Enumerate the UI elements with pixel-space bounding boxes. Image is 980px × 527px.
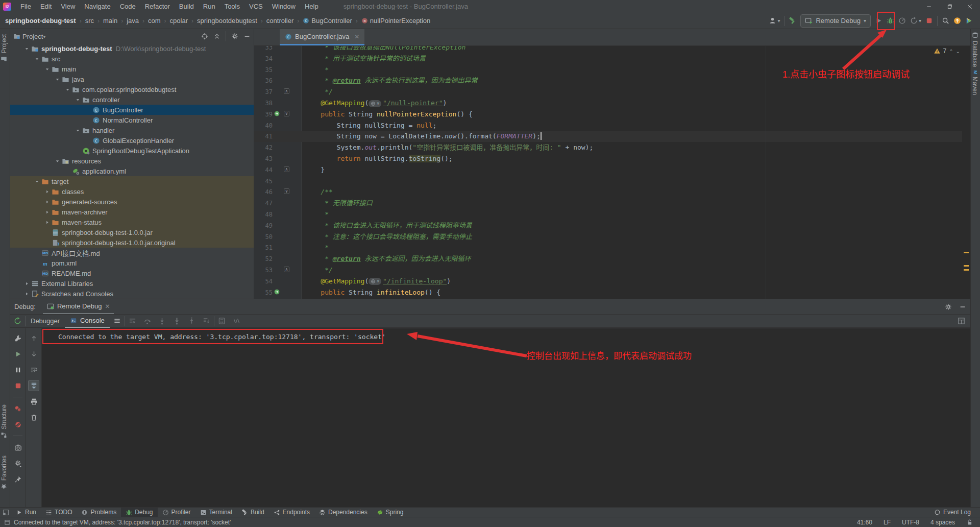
hide-panel-button[interactable] <box>243 33 251 40</box>
menu-window[interactable]: Window <box>267 0 300 13</box>
debug-console[interactable]: Connected to the target VM, address: '3.… <box>42 328 970 508</box>
line-number[interactable]: 47 <box>254 198 273 209</box>
tool-window-button-dependencies[interactable]: Dependencies <box>314 508 372 517</box>
fold-marker[interactable]: ∨ <box>284 111 289 116</box>
breadcrumb-item-src[interactable]: src <box>85 17 94 25</box>
line-number[interactable]: 48 <box>254 209 273 220</box>
tree-chevron[interactable] <box>22 290 31 298</box>
tree-chevron[interactable] <box>33 177 41 185</box>
tree-item-springboot-debug-test-1.0.0.jar.original[interactable]: ?springboot-debug-test-1.0.0.jar.origina… <box>10 237 254 248</box>
event-log-button[interactable]: Event Log <box>934 509 971 516</box>
tree-item-controller[interactable]: controller <box>10 94 254 105</box>
tab-close-icon[interactable]: ✕ <box>354 33 359 40</box>
layout-settings-button[interactable] <box>113 317 121 325</box>
breadcrumb-item-com[interactable]: com <box>148 17 161 25</box>
trace-stream-button[interactable] <box>233 317 240 325</box>
breadcrumb-item-main[interactable]: main <box>103 17 117 25</box>
tree-item-maven-archiver[interactable]: maven-archiver <box>10 207 254 217</box>
show-execution-point-button[interactable] <box>129 317 136 325</box>
encoding[interactable]: UTF-8 <box>902 519 919 526</box>
step-into-button[interactable] <box>158 317 166 325</box>
menu-file[interactable]: File <box>16 0 36 13</box>
line-number[interactable]: 52 <box>254 253 273 265</box>
tool-window-button-profiler[interactable]: Profiler <box>158 508 195 517</box>
run-button[interactable] <box>875 17 883 25</box>
line-number[interactable]: 33 <box>254 46 273 53</box>
collapse-all-button[interactable] <box>213 33 220 40</box>
evaluate-button[interactable] <box>218 317 226 325</box>
status-message-area[interactable]: Connected to the target VM, address: '3.… <box>4 519 231 526</box>
step-out-button[interactable] <box>188 317 195 325</box>
tool-strip-button-favorites[interactable]: Favorites <box>1 456 8 490</box>
plugin-button[interactable] <box>965 17 973 25</box>
menu-build[interactable]: Build <box>175 0 199 13</box>
search-everywhere-button[interactable] <box>942 17 949 25</box>
trash-button[interactable] <box>28 412 39 423</box>
tree-item-handler[interactable]: handler <box>10 125 254 135</box>
tree-item-NormalController[interactable]: CNormalController <box>10 115 254 125</box>
tree-item-External Libraries[interactable]: External Libraries <box>10 278 254 289</box>
coverage-button[interactable]: ▾ <box>910 17 921 25</box>
tree-item-java[interactable]: java <box>10 74 254 84</box>
locate-file-button[interactable] <box>201 33 208 40</box>
tab-close-icon[interactable]: ✕ <box>105 303 110 310</box>
arrow-up-button[interactable] <box>28 332 39 344</box>
debug-view-tab-console[interactable]: Console <box>65 315 110 328</box>
url-inlay-hint[interactable]: ∨ <box>369 100 381 107</box>
tool-strip-button-structure[interactable]: Structure <box>1 404 8 439</box>
tree-chevron[interactable] <box>43 198 51 206</box>
tree-chevron[interactable] <box>43 208 51 216</box>
scroll-end-button[interactable] <box>28 380 39 391</box>
tool-strip-button-project[interactable]: Project <box>1 34 8 62</box>
resume-button[interactable] <box>12 348 23 360</box>
error-stripe[interactable] <box>962 46 970 299</box>
line-number[interactable]: 41 <box>254 131 273 142</box>
breadcrumb-item-java[interactable]: java <box>127 17 139 25</box>
editor-tab-bugcontroller[interactable]: C BugController.java ✕ <box>280 29 364 45</box>
tree-chevron[interactable] <box>22 44 31 53</box>
build-button[interactable] <box>789 17 796 25</box>
line-ending[interactable]: LF <box>884 519 891 526</box>
breadcrumb-item-springbootdebugtest[interactable]: springbootdebugtest <box>197 17 257 25</box>
stop-button[interactable] <box>12 380 23 391</box>
tree-chevron[interactable] <box>53 75 61 83</box>
breadcrumb-item-springboot-debug-test[interactable]: springboot-debug-test <box>5 17 76 25</box>
editor-panel[interactable]: C BugController.java ✕ 33 * 该接口会故意抛出Null… <box>254 29 970 299</box>
panel-settings-button[interactable] <box>231 33 238 40</box>
hide-panel-button[interactable] <box>959 303 966 310</box>
tree-chevron[interactable] <box>33 55 41 63</box>
tree-chevron[interactable] <box>43 218 51 226</box>
run-config-selector[interactable]: Remote Debug▾ <box>800 14 870 28</box>
line-number[interactable]: 36 <box>254 75 273 86</box>
camera-button[interactable] <box>12 442 23 453</box>
tool-window-button-debug[interactable]: Debug <box>121 508 157 517</box>
line-number[interactable]: 45 <box>254 176 273 187</box>
tree-chevron[interactable] <box>22 279 31 288</box>
view-breakpoints-button[interactable] <box>12 403 23 414</box>
line-number[interactable]: 38 <box>254 98 273 109</box>
fold-marker[interactable]: ∧ <box>284 267 289 272</box>
line-number[interactable]: 50 <box>254 231 273 243</box>
menu-code[interactable]: Code <box>115 0 140 13</box>
pause-button[interactable] <box>12 364 23 375</box>
tree-item-Scratches and Consoles[interactable]: Scratches and Consoles <box>10 289 254 299</box>
next-problem-icon[interactable]: ⌄ <box>956 49 960 54</box>
close-button[interactable] <box>960 0 980 13</box>
profiler-button[interactable] <box>898 17 906 25</box>
tree-item-GlobalExceptionHandler[interactable]: CGlobalExceptionHandler <box>10 135 254 146</box>
step-over-button[interactable] <box>143 317 151 325</box>
tool-window-button-build[interactable]: Build <box>237 508 269 517</box>
panel-settings-button[interactable] <box>945 303 952 310</box>
print-button[interactable] <box>28 396 39 407</box>
debug-button[interactable] <box>887 17 894 25</box>
breadcrumb-item-nullPointerException[interactable]: mnullPointerException <box>361 17 431 25</box>
menu-refactor[interactable]: Refactor <box>140 0 175 13</box>
warning-stripe-mark[interactable] <box>964 269 969 271</box>
tree-chevron[interactable] <box>63 85 71 93</box>
tree-chevron[interactable] <box>74 95 82 104</box>
tree-item-API接口文档.md[interactable]: MDAPI接口文档.md <box>10 248 254 258</box>
wrench-button[interactable] <box>12 332 23 344</box>
tree-item-springboot-debug-test-1.0.0.jar[interactable]: springboot-debug-test-1.0.0.jar <box>10 227 254 237</box>
tree-item-SpringBootDebugTestApplication[interactable]: SpringBootDebugTestApplication <box>10 146 254 156</box>
url-inlay-hint[interactable]: ∨ <box>369 278 381 285</box>
